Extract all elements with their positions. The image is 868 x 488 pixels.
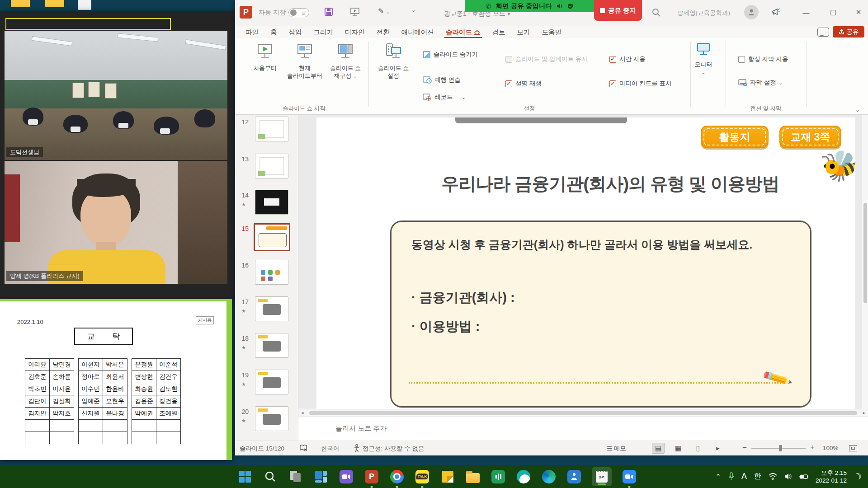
zoom-in-button[interactable]: + [810,443,814,451]
slideshow-quick-icon[interactable] [350,7,360,17]
tab-10[interactable]: 도움말 [536,26,568,38]
zoom-percentage[interactable]: 100% [823,445,839,451]
maximize-button[interactable]: ▢ [826,5,841,20]
use-timings-checkbox[interactable]: 시간 사용 [609,55,646,63]
avatar[interactable] [744,5,759,19]
play-narrations-checkbox[interactable]: 설명 재생 [505,80,542,88]
zoom-app-icon[interactable] [621,469,637,485]
chrome-icon[interactable] [389,469,405,485]
ime-korean-indicator[interactable]: 한 [754,472,761,481]
slide-sorter-view-button[interactable]: ▦ [672,443,684,454]
scroll-left-icon[interactable]: ◂ [301,410,304,416]
tab-4[interactable]: 디자인 [339,26,371,38]
memo-button[interactable]: ☰ 메모 [607,445,626,453]
mic-icon[interactable] [728,472,734,481]
wifi-icon[interactable] [769,473,777,480]
slide-thumbnail-panel[interactable]: 121314★151617★18★19★20★ [235,115,298,441]
tab-5[interactable]: 전환 [371,26,396,38]
search-icon[interactable] [652,8,661,17]
tab-0[interactable]: 파일 [240,26,264,38]
powerpoint-taskbar-icon[interactable]: P [363,469,380,485]
custom-slideshow-button[interactable]: 슬라이드 쇼재구성 ⌄ [324,42,367,80]
slide-thumbnail-16[interactable] [255,260,288,285]
zoom-slider[interactable] [751,448,806,449]
start-button[interactable] [237,469,253,485]
normal-view-button[interactable]: ▤ [652,443,665,454]
slide-canvas[interactable]: 활동지 교재 3쪽 🐝 우리나라 금융기관(회사)의 유형 및 이용방법 동영상… [316,117,855,409]
autosave-toggle[interactable]: 끔 [288,8,309,17]
collapse-ribbon-icon[interactable]: ⌄ [855,107,860,113]
taskbar-clock[interactable]: 오후 2:15 2022-01-12 [816,469,847,484]
tab-6[interactable]: 애니메이션 [396,26,440,38]
video-app-icon[interactable] [338,469,354,485]
save-icon[interactable] [324,7,334,17]
setup-slideshow-button[interactable]: 슬라이드 쇼설정 [372,42,415,80]
feedback-megaphone-icon[interactable] [771,8,781,17]
always-use-subtitles-checkbox[interactable]: 항상 자막 사용 [738,55,788,63]
slide-thumbnail-18[interactable] [255,333,288,358]
tray-expand-icon[interactable]: ⌃ [715,473,721,481]
edge-icon[interactable] [541,469,557,485]
kakaotalk-icon[interactable]: TALK [414,469,430,485]
keep-slides-updated-checkbox[interactable]: 슬라이드 및 업데이트 유지 [505,55,588,63]
whale-browser-icon[interactable] [515,469,532,485]
slide-thumbnail-19[interactable] [255,370,288,394]
tab-3[interactable]: 그리기 [308,26,340,38]
tab-1[interactable]: 홈 [264,26,283,38]
chart-app-icon[interactable] [490,469,506,485]
file-explorer-icon[interactable] [465,469,481,485]
fit-to-window-icon[interactable] [849,445,857,451]
reading-view-button[interactable]: ▯ [692,443,704,454]
desktop-document-icon[interactable] [78,0,91,10]
from-beginning-button[interactable]: 처음부터 [243,42,287,72]
textbook-page-badge[interactable]: 교재 3쪽 [779,126,841,148]
task-view-icon[interactable] [288,469,304,485]
scroll-right-icon[interactable]: ▸ [863,410,865,416]
tab-8[interactable]: 검토 [486,26,511,38]
notes-pane[interactable]: 눌러서 노트 추가 [298,417,868,441]
show-media-controls-checkbox[interactable]: 미디어 컨트롤 표시 [609,80,672,88]
language-indicator[interactable]: 한국어 [321,445,340,453]
search-taskbar-icon[interactable] [262,469,278,485]
teacher-video-tile[interactable]: 양세 영(KB 폴라리스 교사) [5,161,227,284]
slide-thumbnail-13[interactable] [255,154,288,178]
slide-thumbnail-20[interactable] [255,406,288,431]
snipping-tool-icon[interactable]: ✂ [591,469,612,485]
vertical-scrollbar[interactable] [862,115,868,409]
memo-app-icon[interactable] [439,469,456,485]
tab-7[interactable]: 슬라이드 쇼 [440,26,486,38]
slide-title[interactable]: 우리나라 금융기관(회사)의 유형 및 이용방법 [384,172,836,196]
autosave-control[interactable]: 자동 저장 끔 [259,8,309,17]
volume-icon[interactable] [784,473,792,480]
pen-tool-icon[interactable]: ✎ ⌄ [378,7,390,15]
accessibility-status[interactable]: 접근성: 사용할 수 없음 [363,445,425,453]
hide-slide-button[interactable]: 슬라이드 숨기기 [423,51,478,59]
zoom-slider-handle[interactable] [779,445,782,451]
classroom-video-tile[interactable]: 도덕선생님 [5,31,227,160]
slideshow-view-button[interactable]: ▸ [712,443,724,454]
slide-content-box[interactable]: 동영상 시청 후 금융기관(회사) 하나만 골라서 이용 방법을 써보세요. ·… [390,221,811,408]
zoom-out-button[interactable]: − [742,443,747,452]
tab-2[interactable]: 삽입 [283,26,308,38]
battery-notification-icon[interactable] [799,474,808,480]
night-mode-moon-icon[interactable]: ☽ [852,470,863,483]
share-button[interactable]: 공유 [833,26,864,38]
spellcheck-icon[interactable] [299,444,307,452]
ime-latin-indicator[interactable]: A [741,472,747,481]
tab-9[interactable]: 보기 [511,26,536,38]
slide-thumbnail-14[interactable] [255,190,288,215]
account-name[interactable]: 양세영(교육공학과) [677,9,730,17]
rehearse-timings-button[interactable]: 예행 연습 [423,76,461,84]
slide-counter[interactable]: 슬라이드 15/120 [240,445,284,453]
record-button[interactable]: 레코드 ⌄ [423,93,466,101]
subtitle-settings-button[interactable]: 자막 설정 ⌄ [738,79,783,87]
monitor-button[interactable]: 모니터⌄ [686,42,721,76]
slide-thumbnail-12[interactable] [255,117,288,141]
notes-placeholder[interactable]: 눌러서 노트 추가 [335,424,387,433]
close-button[interactable]: ✕ [851,5,866,20]
minimize-button[interactable]: — [798,5,814,20]
blue-utility-app-icon[interactable] [566,469,582,485]
slide-thumbnail-15[interactable] [254,223,290,251]
activity-sheet-badge[interactable]: 활동지 [701,126,769,148]
slide-thumbnail-17[interactable] [255,296,288,321]
